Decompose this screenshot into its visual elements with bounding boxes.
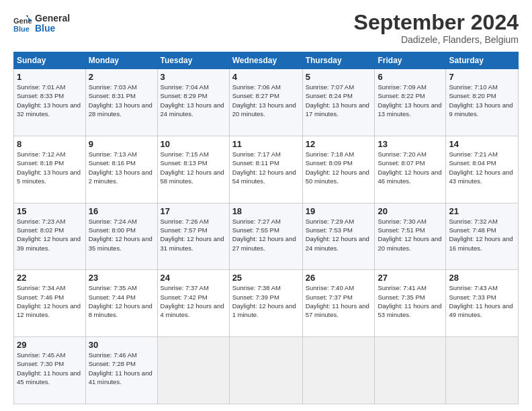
table-row: 17Sunrise: 7:26 AMSunset: 7:57 PMDayligh…	[157, 203, 229, 270]
col-sunday: Sunday	[14, 52, 86, 69]
calendar-week-row: 15Sunrise: 7:23 AMSunset: 8:02 PMDayligh…	[14, 203, 519, 270]
logo-general: General	[35, 13, 70, 24]
day-detail: Sunrise: 7:06 AMSunset: 8:27 PMDaylight:…	[232, 83, 300, 118]
calendar-week-row: 1Sunrise: 7:01 AMSunset: 8:33 PMDaylight…	[14, 69, 519, 136]
day-number: 24	[161, 273, 226, 283]
table-row: 23Sunrise: 7:35 AMSunset: 7:44 PMDayligh…	[85, 270, 157, 337]
day-detail: Sunrise: 7:24 AMSunset: 8:00 PMDaylight:…	[89, 217, 154, 253]
day-number: 4	[232, 72, 300, 82]
day-number: 5	[306, 72, 372, 82]
day-number: 9	[89, 139, 154, 149]
calendar-header-row: Sunday Monday Tuesday Wednesday Thursday…	[14, 52, 519, 69]
day-number: 12	[306, 139, 372, 149]
logo: General Blue General Blue	[13, 13, 70, 34]
table-row: 15Sunrise: 7:23 AMSunset: 8:02 PMDayligh…	[14, 203, 86, 270]
table-row	[157, 337, 229, 404]
table-row: 20Sunrise: 7:30 AMSunset: 7:51 PMDayligh…	[375, 203, 446, 270]
day-detail: Sunrise: 7:21 AMSunset: 8:04 PMDaylight:…	[449, 150, 515, 185]
table-row: 22Sunrise: 7:34 AMSunset: 7:46 PMDayligh…	[14, 270, 86, 337]
day-number: 13	[378, 139, 443, 149]
calendar-table: Sunday Monday Tuesday Wednesday Thursday…	[13, 52, 519, 404]
day-detail: Sunrise: 7:12 AMSunset: 8:18 PMDaylight:…	[17, 150, 83, 185]
day-number: 3	[161, 72, 226, 82]
table-row: 11Sunrise: 7:17 AMSunset: 8:11 PMDayligh…	[229, 136, 302, 203]
location: Dadizele, Flanders, Belgium	[354, 34, 519, 45]
day-detail: Sunrise: 7:38 AMSunset: 7:39 PMDaylight:…	[232, 283, 300, 319]
header-right: September 2024 Dadizele, Flanders, Belgi…	[354, 11, 519, 45]
day-detail: Sunrise: 7:46 AMSunset: 7:28 PMDaylight:…	[89, 351, 154, 386]
table-row: 25Sunrise: 7:38 AMSunset: 7:39 PMDayligh…	[229, 270, 302, 337]
day-detail: Sunrise: 7:10 AMSunset: 8:20 PMDaylight:…	[449, 83, 515, 118]
table-row: 30Sunrise: 7:46 AMSunset: 7:28 PMDayligh…	[85, 337, 157, 404]
day-detail: Sunrise: 7:34 AMSunset: 7:46 PMDaylight:…	[17, 283, 83, 319]
day-detail: Sunrise: 7:03 AMSunset: 8:31 PMDaylight:…	[89, 83, 154, 118]
day-number: 28	[449, 273, 515, 283]
table-row: 18Sunrise: 7:27 AMSunset: 7:55 PMDayligh…	[229, 203, 302, 270]
day-detail: Sunrise: 7:15 AMSunset: 8:13 PMDaylight:…	[161, 150, 226, 185]
table-row: 5Sunrise: 7:07 AMSunset: 8:24 PMDaylight…	[302, 69, 375, 136]
day-detail: Sunrise: 7:43 AMSunset: 7:33 PMDaylight:…	[449, 283, 515, 319]
col-saturday: Saturday	[446, 52, 519, 69]
day-number: 29	[17, 340, 83, 350]
day-number: 26	[306, 273, 372, 283]
day-number: 16	[89, 206, 154, 216]
table-row: 27Sunrise: 7:41 AMSunset: 7:35 PMDayligh…	[375, 270, 446, 337]
day-detail: Sunrise: 7:29 AMSunset: 7:53 PMDaylight:…	[306, 217, 372, 253]
table-row: 2Sunrise: 7:03 AMSunset: 8:31 PMDaylight…	[85, 69, 157, 136]
day-detail: Sunrise: 7:30 AMSunset: 7:51 PMDaylight:…	[378, 217, 443, 253]
calendar-week-row: 8Sunrise: 7:12 AMSunset: 8:18 PMDaylight…	[14, 136, 519, 203]
table-row: 3Sunrise: 7:04 AMSunset: 8:29 PMDaylight…	[157, 69, 229, 136]
col-wednesday: Wednesday	[229, 52, 302, 69]
day-detail: Sunrise: 7:04 AMSunset: 8:29 PMDaylight:…	[161, 83, 226, 118]
logo-icon: General Blue	[13, 14, 32, 33]
day-detail: Sunrise: 7:26 AMSunset: 7:57 PMDaylight:…	[161, 217, 226, 253]
day-number: 19	[306, 206, 372, 216]
calendar-week-row: 29Sunrise: 7:45 AMSunset: 7:30 PMDayligh…	[14, 337, 519, 404]
day-number: 10	[161, 139, 226, 149]
col-monday: Monday	[85, 52, 157, 69]
calendar-page: General Blue General Blue September 2024…	[0, 0, 532, 411]
day-detail: Sunrise: 7:37 AMSunset: 7:42 PMDaylight:…	[161, 283, 226, 319]
day-number: 23	[89, 273, 154, 283]
day-detail: Sunrise: 7:07 AMSunset: 8:24 PMDaylight:…	[306, 83, 372, 118]
day-detail: Sunrise: 7:23 AMSunset: 8:02 PMDaylight:…	[17, 217, 83, 253]
table-row	[302, 337, 375, 404]
day-detail: Sunrise: 7:20 AMSunset: 8:07 PMDaylight:…	[378, 150, 443, 185]
day-number: 21	[449, 206, 515, 216]
day-number: 17	[161, 206, 226, 216]
table-row: 12Sunrise: 7:18 AMSunset: 8:09 PMDayligh…	[302, 136, 375, 203]
table-row: 6Sunrise: 7:09 AMSunset: 8:22 PMDaylight…	[375, 69, 446, 136]
table-row: 7Sunrise: 7:10 AMSunset: 8:20 PMDaylight…	[446, 69, 519, 136]
day-number: 30	[89, 340, 154, 350]
table-row: 16Sunrise: 7:24 AMSunset: 8:00 PMDayligh…	[85, 203, 157, 270]
day-detail: Sunrise: 7:45 AMSunset: 7:30 PMDaylight:…	[17, 351, 83, 386]
day-number: 7	[449, 72, 515, 82]
table-row: 29Sunrise: 7:45 AMSunset: 7:30 PMDayligh…	[14, 337, 86, 404]
logo-blue: Blue	[35, 24, 70, 34]
table-row: 24Sunrise: 7:37 AMSunset: 7:42 PMDayligh…	[157, 270, 229, 337]
table-row: 19Sunrise: 7:29 AMSunset: 7:53 PMDayligh…	[302, 203, 375, 270]
table-row	[446, 337, 519, 404]
day-number: 18	[232, 206, 300, 216]
table-row: 10Sunrise: 7:15 AMSunset: 8:13 PMDayligh…	[157, 136, 229, 203]
table-row: 14Sunrise: 7:21 AMSunset: 8:04 PMDayligh…	[446, 136, 519, 203]
table-row: 9Sunrise: 7:13 AMSunset: 8:16 PMDaylight…	[85, 136, 157, 203]
col-tuesday: Tuesday	[157, 52, 229, 69]
day-number: 22	[17, 273, 83, 283]
day-detail: Sunrise: 7:01 AMSunset: 8:33 PMDaylight:…	[17, 83, 83, 118]
day-detail: Sunrise: 7:27 AMSunset: 7:55 PMDaylight:…	[232, 217, 300, 253]
day-detail: Sunrise: 7:41 AMSunset: 7:35 PMDaylight:…	[378, 283, 443, 319]
page-header: General Blue General Blue September 2024…	[13, 11, 519, 45]
table-row: 28Sunrise: 7:43 AMSunset: 7:33 PMDayligh…	[446, 270, 519, 337]
calendar-week-row: 22Sunrise: 7:34 AMSunset: 7:46 PMDayligh…	[14, 270, 519, 337]
day-number: 27	[378, 273, 443, 283]
day-detail: Sunrise: 7:09 AMSunset: 8:22 PMDaylight:…	[378, 83, 443, 118]
svg-text:Blue: Blue	[13, 25, 30, 33]
day-number: 20	[378, 206, 443, 216]
day-detail: Sunrise: 7:13 AMSunset: 8:16 PMDaylight:…	[89, 150, 154, 185]
day-number: 6	[378, 72, 443, 82]
day-detail: Sunrise: 7:17 AMSunset: 8:11 PMDaylight:…	[232, 150, 300, 185]
table-row: 26Sunrise: 7:40 AMSunset: 7:37 PMDayligh…	[302, 270, 375, 337]
table-row: 8Sunrise: 7:12 AMSunset: 8:18 PMDaylight…	[14, 136, 86, 203]
table-row: 1Sunrise: 7:01 AMSunset: 8:33 PMDaylight…	[14, 69, 86, 136]
